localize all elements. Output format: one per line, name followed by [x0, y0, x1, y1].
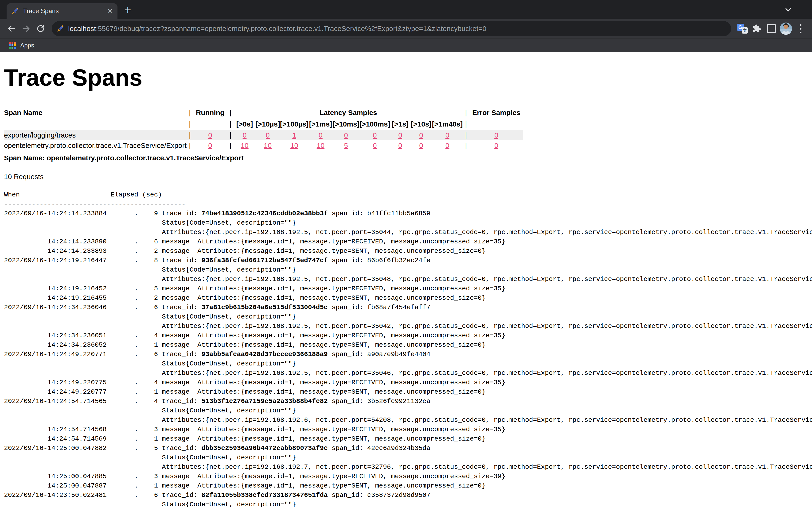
span-row: exporter/logging/traces|0|001000000|0	[4, 130, 523, 140]
column-separator: |	[187, 118, 193, 130]
latency-bucket-header: [>100ms]	[359, 118, 390, 130]
reload-button[interactable]	[33, 21, 48, 36]
selected-span-name: Span Name: opentelemetry.proto.collector…	[4, 154, 812, 162]
sample-count-link[interactable]: 0	[494, 131, 498, 139]
column-separator: |	[187, 130, 193, 140]
sample-count-link[interactable]: 10	[264, 142, 271, 149]
header-running: Running	[193, 107, 227, 118]
sample-count-link[interactable]: 0	[446, 131, 450, 139]
url-path: :55679/debug/tracez?zspanname=openteleme…	[96, 25, 486, 33]
translate-button[interactable]: G文	[735, 21, 750, 36]
sample-count-link[interactable]: 5	[344, 142, 348, 149]
forward-button[interactable]	[19, 21, 33, 36]
sample-count-link[interactable]: 10	[317, 142, 324, 149]
column-separator: |	[463, 118, 469, 130]
sample-count-link[interactable]: 0	[446, 142, 450, 149]
column-separator: |	[463, 130, 469, 140]
sample-count-link[interactable]: 10	[241, 142, 248, 149]
column-separator: |	[227, 107, 234, 118]
sample-count-link[interactable]: 0	[243, 131, 247, 139]
menu-dots-icon	[800, 24, 801, 33]
tab-close-icon[interactable]: ✕	[107, 8, 113, 14]
telescope-favicon-icon	[11, 7, 19, 15]
back-icon	[7, 24, 16, 33]
tab-strip: Trace Spans ✕ +	[0, 0, 812, 19]
span-name-cell: opentelemetry.proto.collector.trace.v1.T…	[4, 140, 187, 151]
browser-menu-button[interactable]	[793, 21, 808, 36]
column-separator: |	[187, 140, 193, 151]
page-title: Trace Spans	[4, 64, 812, 91]
column-separator: |	[227, 130, 234, 140]
latency-bucket-header: [>10ms]	[333, 118, 359, 130]
column-separator: |	[463, 140, 469, 151]
sample-count-link[interactable]: 0	[419, 131, 423, 139]
column-separator: |	[227, 118, 234, 130]
sample-count-link[interactable]: 0	[344, 131, 348, 139]
browser-chrome: Trace Spans ✕ +	[0, 0, 812, 52]
latency-bucket-header: [>0s]	[234, 118, 255, 130]
sample-count-link[interactable]: 0	[398, 131, 402, 139]
tab-search-chevron-icon[interactable]	[784, 6, 792, 14]
sample-count-link[interactable]: 10	[290, 142, 298, 149]
column-separator: |	[187, 107, 193, 118]
column-separator: |	[227, 140, 234, 151]
latency-bucket-header: [>1m40s]	[432, 118, 463, 130]
url-host: localhost	[68, 25, 96, 33]
browser-toolbar: localhost:55679/debug/tracez?zspanname=o…	[0, 19, 812, 39]
requests-count: 10 Requests	[4, 173, 812, 181]
requests-log: When Elapsed (sec) ---------------------…	[4, 190, 812, 507]
latency-bucket-header: [>10s]	[410, 118, 432, 130]
sample-count-link[interactable]: 0	[398, 142, 402, 149]
sample-count-link[interactable]: 0	[208, 142, 212, 149]
reload-icon	[36, 24, 45, 33]
tab-title: Trace Spans	[23, 7, 107, 15]
bookmarks-bar: Apps	[0, 39, 812, 52]
sample-count-link[interactable]: 0	[208, 131, 212, 139]
new-tab-button[interactable]: +	[121, 4, 135, 17]
sample-count-link[interactable]: 0	[373, 131, 377, 139]
sample-count-link[interactable]: 0	[494, 142, 498, 149]
extensions-puzzle-icon	[752, 24, 761, 33]
span-row: opentelemetry.proto.collector.trace.v1.T…	[4, 140, 523, 151]
sample-count-link[interactable]: 0	[266, 131, 270, 139]
bookmark-apps[interactable]: Apps	[20, 42, 34, 49]
translate-icon: G文	[737, 24, 748, 34]
browser-tab[interactable]: Trace Spans ✕	[7, 3, 117, 19]
side-panel-button[interactable]	[764, 21, 779, 36]
telescope-url-icon	[56, 25, 64, 33]
profile-avatar	[780, 22, 792, 35]
sample-count-link[interactable]: 0	[373, 142, 377, 149]
tracez-page: Trace Spans Span Name | Running | Latenc…	[0, 64, 812, 507]
forward-icon	[21, 24, 31, 33]
apps-grid-icon	[9, 42, 16, 49]
header-span-name: Span Name	[4, 107, 187, 118]
sample-count-link[interactable]: 0	[419, 142, 423, 149]
header-latency-samples: Latency Samples	[234, 107, 463, 118]
profile-button[interactable]	[779, 21, 793, 36]
sample-count-link[interactable]: 1	[292, 131, 296, 139]
back-button[interactable]	[4, 21, 19, 36]
latency-bucket-header: [>1ms]	[308, 118, 333, 130]
latency-bucket-header: [>1s]	[390, 118, 410, 130]
url-bar[interactable]: localhost:55679/debug/tracez?zspanname=o…	[52, 21, 731, 36]
side-panel-icon	[767, 24, 776, 33]
header-error-samples: Error Samples	[469, 107, 523, 118]
extensions-button[interactable]	[750, 21, 764, 36]
latency-bucket-header: [>10µs]	[255, 118, 280, 130]
sample-count-link[interactable]: 0	[319, 131, 322, 139]
latency-bucket-header: [>100µs]	[280, 118, 309, 130]
column-separator: |	[463, 107, 469, 118]
span-name-cell: exporter/logging/traces	[4, 130, 187, 140]
span-summary-table: Span Name | Running | Latency Samples | …	[4, 107, 523, 151]
